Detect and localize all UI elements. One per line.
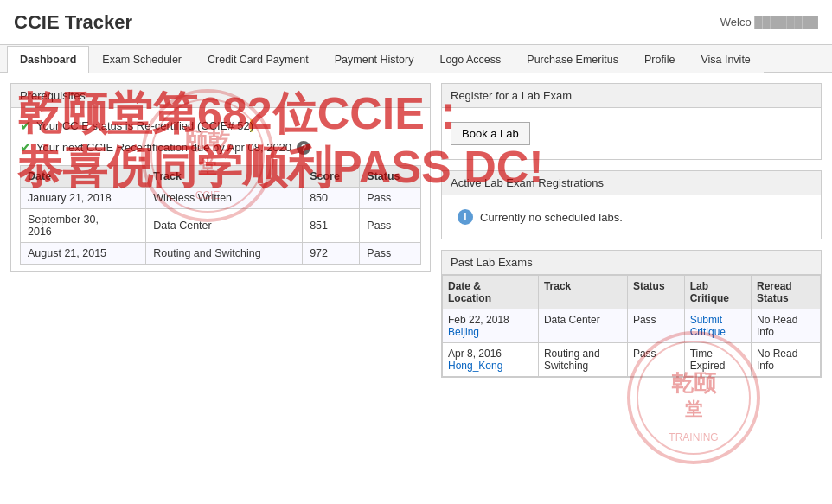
left-panel: Prerequisites ✔ Your CCIE status is Re-c…	[10, 83, 431, 488]
cell-date: January 21, 2018	[21, 188, 146, 209]
col-status: Status	[360, 166, 421, 188]
past-col-date: Date &Location	[443, 276, 539, 309]
info-icon[interactable]: ?	[297, 141, 310, 155]
info-circle-icon: i	[458, 209, 473, 225]
past-lab-table: Date &Location Track Status LabCritique …	[442, 275, 821, 377]
past-cell-critique: SubmitCritique	[684, 309, 751, 343]
col-score: Score	[303, 166, 360, 188]
cell-score: 851	[303, 209, 360, 243]
past-col-reread: RereadStatus	[751, 276, 820, 309]
past-table-row: Feb 22, 2018 Beijing Data Center Pass Su…	[443, 309, 821, 343]
welcome-text: Welco ████████	[720, 16, 818, 29]
past-cell-track: Data Center	[538, 309, 627, 343]
cell-status: Pass	[360, 188, 421, 209]
prerequisites-body: ✔ Your CCIE status is Re-certified (CCIE…	[11, 108, 430, 271]
prereq-item-2: ✔ Your next CCIE Recertification due by …	[20, 137, 421, 158]
prereq-text-2: Your next CCIE Recertification due by Ap…	[36, 141, 291, 154]
table-row: August 21, 2015 Routing and Switching 97…	[21, 243, 421, 265]
active-lab-body: i Currently no scheduled labs.	[442, 195, 821, 239]
past-col-critique: LabCritique	[684, 276, 751, 309]
active-lab-section: Active Lab Exam Registrations i Currentl…	[441, 170, 822, 239]
right-panel: Register for a Lab Exam Book a Lab Activ…	[441, 83, 822, 488]
col-track: Track	[146, 166, 303, 188]
past-cell-date: Feb 22, 2018 Beijing	[443, 309, 539, 343]
location-link-beijing[interactable]: Beijing	[448, 326, 479, 338]
cell-date: September 30,2016	[21, 209, 146, 243]
exam-table: Date Track Score Status January 21, 2018…	[20, 165, 421, 265]
table-row: September 30,2016 Data Center 851 Pass	[21, 209, 421, 243]
tab-credit-card-payment[interactable]: Credit Card Payment	[195, 46, 322, 73]
main-content: Prerequisites ✔ Your CCIE status is Re-c…	[0, 73, 832, 499]
cell-score: 850	[303, 188, 360, 209]
past-cell-status: Pass	[627, 309, 684, 343]
cell-date: August 21, 2015	[21, 243, 146, 265]
submit-critique-link[interactable]: SubmitCritique	[690, 314, 726, 338]
table-row: January 21, 2018 Wireless Written 850 Pa…	[21, 188, 421, 209]
register-lab-section: Register for a Lab Exam Book a Lab	[441, 83, 822, 160]
col-date: Date	[21, 166, 146, 188]
exam-table-wrapper[interactable]: Date Track Score Status January 21, 2018…	[20, 158, 421, 265]
past-lab-section: Past Lab Exams Date &Location Track Stat…	[441, 250, 822, 378]
past-cell-reread: No ReadInfo	[751, 343, 820, 377]
past-cell-track: Routing andSwitching	[538, 343, 627, 377]
past-cell-critique: TimeExpired	[684, 343, 751, 377]
prereq-item-1: ✔ Your CCIE status is Re-certified (CCIE…	[20, 115, 421, 137]
past-cell-status: Pass	[627, 343, 684, 377]
tab-logo-access[interactable]: Logo Access	[426, 46, 514, 73]
app-title: CCIE Tracker	[14, 11, 132, 34]
tab-purchase-emeritus[interactable]: Purchase Emeritus	[514, 46, 631, 73]
cell-status: Pass	[360, 243, 421, 265]
past-cell-date: Apr 8, 2016 Hong_Kong	[443, 343, 539, 377]
book-lab-button[interactable]: Book a Lab	[451, 122, 530, 145]
nav-tabs: Dashboard Exam Scheduler Credit Card Pay…	[0, 45, 832, 73]
prerequisites-header: Prerequisites	[11, 84, 430, 108]
check-icon-2: ✔	[20, 139, 31, 156]
prerequisites-section: Prerequisites ✔ Your CCIE status is Re-c…	[10, 83, 431, 272]
cell-score: 972	[303, 243, 360, 265]
tab-exam-scheduler[interactable]: Exam Scheduler	[89, 46, 195, 73]
tab-profile[interactable]: Profile	[631, 46, 688, 73]
register-lab-header: Register for a Lab Exam	[442, 84, 821, 108]
past-table-row: Apr 8, 2016 Hong_Kong Routing andSwitchi…	[443, 343, 821, 377]
past-lab-body: Date &Location Track Status LabCritique …	[442, 275, 821, 377]
past-cell-reread: No ReadInfo	[751, 309, 820, 343]
cell-track: Routing and Switching	[146, 243, 303, 265]
prereq-text-1: Your CCIE status is Re-certified (CCIE# …	[36, 119, 253, 132]
past-col-status: Status	[627, 276, 684, 309]
tab-payment-history[interactable]: Payment History	[322, 46, 427, 73]
register-lab-body: Book a Lab	[442, 108, 821, 159]
cell-track: Wireless Written	[146, 188, 303, 209]
location-link-hongkong[interactable]: Hong_Kong	[448, 360, 502, 372]
cell-track: Data Center	[146, 209, 303, 243]
past-col-track: Track	[538, 276, 627, 309]
active-lab-header: Active Lab Exam Registrations	[442, 171, 821, 195]
no-labs-message: i Currently no scheduled labs.	[451, 202, 812, 232]
check-icon-1: ✔	[20, 118, 31, 134]
tab-dashboard[interactable]: Dashboard	[7, 46, 89, 73]
cell-status: Pass	[360, 209, 421, 243]
no-labs-text: Currently no scheduled labs.	[480, 211, 623, 224]
past-lab-header: Past Lab Exams	[442, 251, 821, 275]
app-header: CCIE Tracker Welco ████████	[0, 0, 832, 45]
tab-visa-invite[interactable]: Visa Invite	[688, 46, 763, 73]
